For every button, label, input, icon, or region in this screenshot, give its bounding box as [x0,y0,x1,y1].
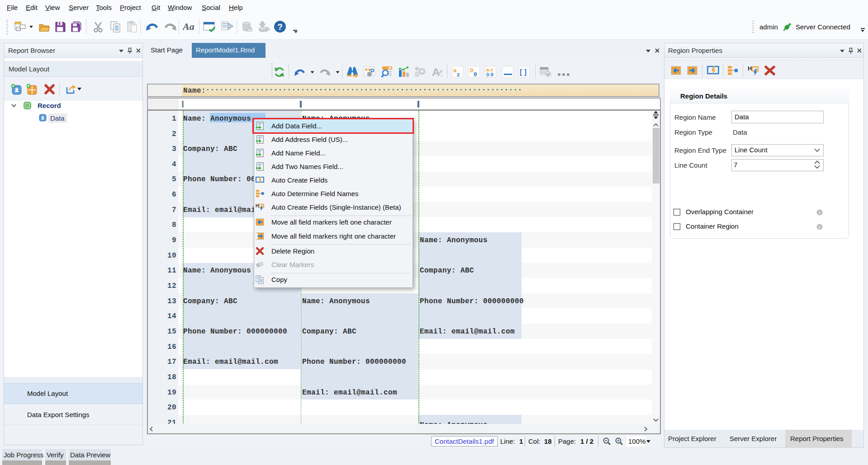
svg-text:0: 0 [470,67,473,74]
svg-text:i: i [819,225,821,230]
svg-text:[ ]: [ ] [520,68,526,76]
svg-text:H: H [256,203,259,208]
svg-text:H: H [748,65,752,72]
svg-text:9: 9 [474,71,477,77]
svg-text:a: a [453,67,457,74]
svg-text:0-9: 0-9 [486,72,493,77]
svg-text:z: z [457,71,460,77]
svg-text:?: ? [277,22,283,32]
svg-text:i: i [819,210,821,215]
svg-text:A: A [432,66,440,78]
